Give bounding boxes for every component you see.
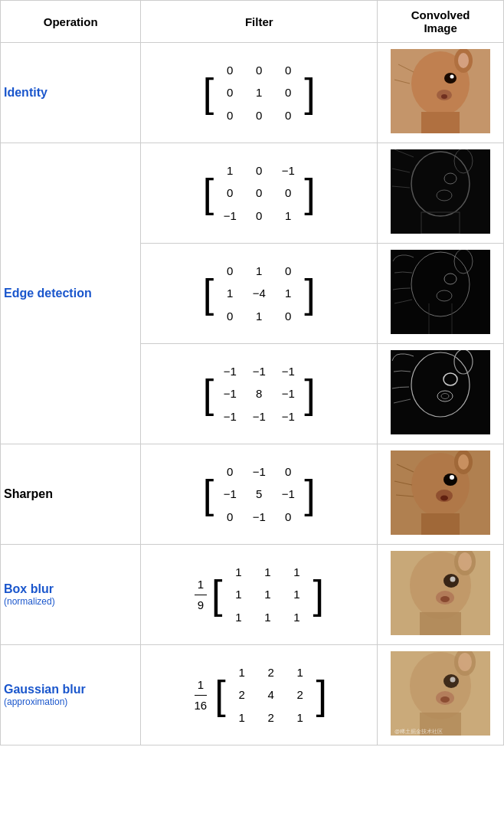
matrix-cell: 1: [282, 606, 311, 629]
matrix-grid: 0101−41010: [214, 257, 304, 331]
matrix-cell: 0: [215, 59, 244, 82]
matrix-cell: 4: [257, 683, 286, 706]
matrix-cell: 2: [257, 661, 286, 684]
matrix-cell: −1: [244, 405, 273, 428]
image-cell-boxblur: [378, 545, 504, 645]
svg-rect-68: [421, 112, 460, 133]
matrix-cell: 1: [286, 706, 315, 729]
matrix-cell: 0: [273, 182, 303, 205]
matrix-cell: 0: [215, 182, 244, 205]
matrix-cell: −1: [215, 382, 244, 405]
bracket-left: [: [203, 274, 214, 313]
svg-point-121: [458, 653, 472, 671]
svg-point-105: [440, 496, 448, 501]
matrix-cell: 1: [224, 561, 253, 584]
row-gaussian: Gaussian blur (approximation) 1 16 [ 121…: [1, 645, 504, 745]
matrix-cell: 1: [273, 205, 303, 228]
matrix-cell: 2: [257, 706, 286, 729]
bracket-left: [: [203, 374, 214, 414]
op-cell-boxblur: Box blur (normalized): [1, 545, 141, 645]
matrix-cell: 0: [244, 182, 273, 205]
bracket-right: ]: [304, 274, 315, 313]
svg-rect-91: [391, 350, 490, 434]
svg-point-100: [458, 454, 469, 470]
matrix-cell: 0: [244, 59, 273, 82]
op-cell-sharpen: Sharpen: [1, 444, 141, 545]
matrix-cell: 1: [244, 305, 273, 328]
matrix-cell: 0: [244, 159, 273, 182]
matrix-cell: −1: [215, 483, 244, 506]
svg-point-72: [441, 94, 447, 99]
svg-rect-84: [391, 250, 490, 334]
matrix: 1 16 [ 121242121 ]: [191, 658, 327, 732]
filter-cell-sharpen: [ 0−10−15−10−10 ]: [141, 444, 378, 545]
image-cell-edge3: [378, 344, 504, 444]
op-sublabel-boxblur: (normalized): [4, 596, 137, 607]
svg-point-69: [444, 73, 457, 84]
matrix-cell: 0: [215, 104, 244, 127]
matrix-cell: −1: [215, 405, 244, 428]
row-identity: Identity [ 000010000 ]: [1, 43, 504, 143]
matrix-cell: 1: [253, 583, 282, 606]
matrix-cell: −1: [215, 360, 244, 383]
matrix-cell: −1: [215, 205, 244, 228]
matrix-cell: 1: [227, 706, 257, 729]
matrix-cell: 0: [215, 305, 244, 328]
op-label-edge: Edge detection: [4, 287, 92, 300]
matrix-cell: −1: [273, 483, 303, 506]
matrix: [ −1−1−1−18−1−1−1−1 ]: [203, 357, 316, 431]
matrix-cell: 2: [286, 683, 315, 706]
matrix-cell: 8: [244, 382, 273, 405]
bracket-left: [: [203, 73, 214, 113]
matrix-cell: 2: [227, 683, 257, 706]
svg-rect-101: [421, 513, 460, 535]
scalar: 1 16: [191, 675, 210, 715]
matrix: 1 9 [ 111111111 ]: [195, 558, 324, 632]
bracket-left: [: [214, 675, 225, 715]
scalar: 1 9: [195, 575, 207, 614]
matrix-cell: −1: [273, 405, 303, 428]
bracket-right: ]: [304, 173, 315, 213]
op-cell-identity: Identity: [1, 43, 141, 143]
svg-point-103: [450, 475, 454, 480]
filter-cell-gaussian: 1 16 [ 121242121 ]: [141, 645, 378, 745]
matrix-cell: 1: [282, 561, 311, 584]
matrix-cell: 0: [273, 305, 303, 328]
header-row: Operation Filter Convolved Image: [1, 1, 504, 43]
matrix-grid: 000010000: [214, 56, 304, 130]
matrix-grid: 121242121: [226, 658, 316, 732]
filter-cell-edge1: [ 10−1000−101 ]: [141, 143, 378, 244]
bracket-right: ]: [304, 474, 315, 514]
matrix-cell: 1: [286, 661, 315, 684]
matrix-cell: −1: [273, 159, 303, 182]
svg-point-126: [440, 696, 450, 703]
matrix-cell: 0: [273, 260, 303, 283]
bracket-right: ]: [316, 675, 327, 715]
svg-point-124: [450, 677, 456, 683]
header-filter: Filter: [141, 1, 378, 43]
svg-rect-75: [391, 149, 490, 234]
matrix-cell: 0: [273, 104, 303, 127]
matrix-cell: 0: [273, 506, 303, 529]
matrix-grid: 10−1000−101: [214, 156, 304, 231]
svg-point-67: [458, 53, 469, 68]
image-cell-identity: [378, 43, 504, 143]
image-cell-sharpen: [378, 444, 504, 545]
filter-cell-edge2: [ 0101−41010 ]: [141, 244, 378, 344]
svg-text:@稀土掘金技术社区: @稀土掘金技术社区: [394, 729, 443, 734]
matrix-cell: 1: [224, 583, 253, 606]
matrix-cell: 0: [273, 460, 303, 483]
header-image: Convolved Image: [378, 1, 504, 43]
matrix-cell: 0: [273, 81, 303, 104]
op-label-gaussian: Gaussian blur: [4, 683, 137, 696]
main-table: Operation Filter Convolved Image Identit…: [0, 0, 504, 745]
matrix: [ 0−10−15−10−10 ]: [203, 457, 316, 532]
matrix-cell: −1: [273, 360, 303, 383]
matrix-cell: −1: [244, 506, 273, 529]
filter-cell-edge3: [ −1−1−1−18−1−1−1−1 ]: [141, 344, 378, 444]
image-cell-edge1: [378, 143, 504, 244]
matrix-cell: 0: [215, 506, 244, 529]
matrix: [ 10−1000−101 ]: [203, 156, 316, 231]
bracket-left: [: [203, 474, 214, 514]
filter-cell-identity: [ 000010000 ]: [141, 43, 378, 143]
